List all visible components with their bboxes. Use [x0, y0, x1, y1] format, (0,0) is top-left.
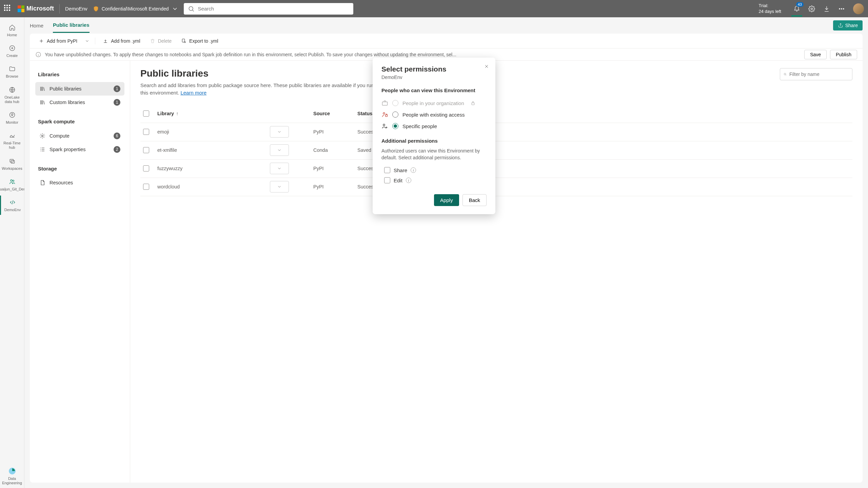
radio-specific[interactable]: Specific people: [381, 120, 487, 132]
checkbox-edit[interactable]: Edit i: [381, 175, 487, 185]
info-icon[interactable]: i: [406, 178, 411, 183]
radio-input[interactable]: [392, 123, 398, 129]
section-additional-heading: Additional permissions: [381, 138, 487, 144]
close-icon: [484, 64, 489, 69]
lock-icon: [470, 100, 476, 106]
briefcase-icon: [381, 100, 388, 106]
svg-point-21: [383, 124, 385, 126]
checkbox-input[interactable]: [384, 167, 390, 173]
svg-rect-18: [472, 103, 474, 105]
close-button[interactable]: [484, 64, 489, 70]
radio-input[interactable]: [392, 111, 398, 118]
modal-overlay: Select permissions DemoEnv People who ca…: [0, 0, 868, 488]
people-plus-icon: [381, 123, 388, 129]
info-icon[interactable]: i: [411, 167, 416, 173]
checkbox-input[interactable]: [384, 177, 390, 183]
apply-button[interactable]: Apply: [434, 194, 459, 206]
svg-rect-20: [386, 115, 388, 117]
svg-rect-17: [382, 102, 388, 105]
checkbox-share[interactable]: Share i: [381, 165, 487, 175]
additional-permissions-note: Authorized users can view this Environme…: [381, 148, 487, 161]
modal-title: Select permissions: [381, 65, 487, 73]
select-permissions-dialog: Select permissions DemoEnv People who ca…: [373, 58, 495, 214]
radio-input: [392, 100, 398, 106]
radio-existing[interactable]: People with existing access: [381, 109, 487, 120]
radio-org: People in your organization: [381, 97, 487, 109]
back-button[interactable]: Back: [462, 194, 487, 206]
people-lock-icon: [381, 111, 388, 118]
svg-point-19: [383, 113, 385, 114]
modal-subtitle: DemoEnv: [381, 75, 487, 80]
section-view-heading: People who can view this Environment: [381, 87, 487, 93]
